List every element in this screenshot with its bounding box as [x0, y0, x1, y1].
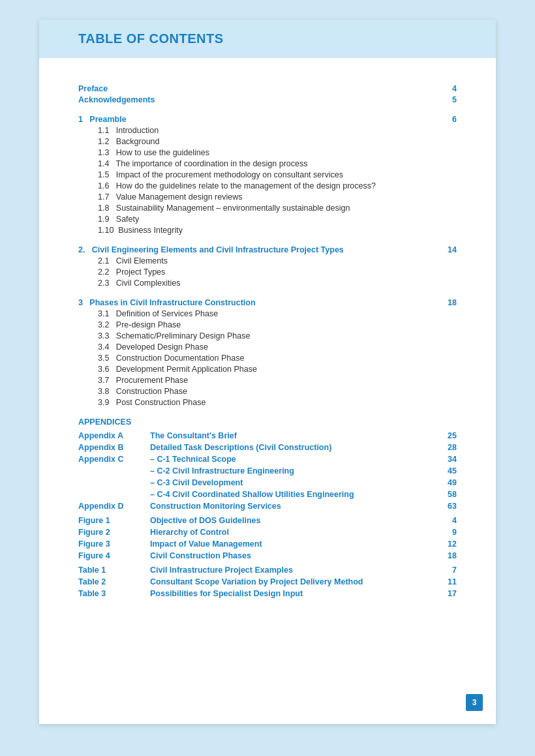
list-item: 1.6 How do the guidelines relate to the … [78, 181, 457, 190]
figure-2-row: Figure 2 Hierarchy of Control 9 [78, 528, 457, 537]
list-item: 3.2 Pre-design Phase [78, 320, 457, 329]
document-page: TABLE OF CONTENTS Preface 4 Acknowledgem… [39, 20, 496, 724]
list-item: 2.3 Civil Complexities [78, 279, 457, 288]
tables-list: Table 1 Civil Infrastructure Project Exa… [78, 566, 457, 598]
toc-section-2: 2. Civil Engineering Elements and Civil … [78, 245, 457, 288]
list-item: 1.3 How to use the guidelines [78, 148, 457, 157]
list-item: 3.1 Definition of Services Phase [78, 309, 457, 318]
list-item: 3.9 Post Construction Phase [78, 398, 457, 407]
appendix-b-row: Appendix B Detailed Task Descriptions (C… [78, 443, 457, 452]
appendix-c-row: Appendix C – C-1 Technical Scope 34 [78, 455, 457, 464]
list-item: 1.4 The importance of coordination in th… [78, 159, 457, 168]
figures-list: Figure 1 Objective of DOS Guidelines 4 F… [78, 516, 457, 560]
toc-section-3-header: 3 Phases in Civil Infrastructure Constru… [78, 298, 457, 307]
appendices-header: APPENDICES [78, 417, 457, 427]
list-item: 1.10 Business Integrity [78, 226, 457, 235]
header-bar: TABLE OF CONTENTS [39, 20, 496, 58]
toc-entry-acknowledgements: Acknowledgements 5 [78, 95, 457, 104]
appendix-c2-row: – C-2 Civil Infrastructure Engineering 4… [78, 466, 457, 476]
toc-section-2-header: 2. Civil Engineering Elements and Civil … [78, 245, 457, 254]
figure-3-row: Figure 3 Impact of Value Management 12 [78, 539, 457, 549]
list-item: 3.7 Procurement Phase [78, 376, 457, 385]
page-title: TABLE OF CONTENTS [78, 31, 457, 46]
list-item: 1.5 Impact of the procurement methodolog… [78, 170, 457, 179]
appendix-a-row: Appendix A The Consultant's Brief 25 [78, 431, 457, 440]
list-item: 1.9 Safety [78, 215, 457, 224]
appendices-list: Appendix A The Consultant's Brief 25 App… [78, 431, 457, 511]
table-1-row: Table 1 Civil Infrastructure Project Exa… [78, 566, 457, 575]
toc-top-entries: Preface 4 Acknowledgements 5 [78, 84, 457, 104]
toc-section-1: 1 Preamble 6 1.1 Introduction 1.2 Backgr… [78, 115, 457, 235]
figure-1-row: Figure 1 Objective of DOS Guidelines 4 [78, 516, 457, 525]
list-item: 1.1 Introduction [78, 126, 457, 135]
list-item: 3.3 Schematic/Preliminary Design Phase [78, 331, 457, 340]
list-item: 3.6 Development Permit Application Phase [78, 365, 457, 374]
list-item: 1.7 Value Management design reviews [78, 192, 457, 202]
appendix-c4-row: – C-4 Civil Coordinated Shallow Utilitie… [78, 490, 457, 499]
list-item: 3.5 Construction Documentation Phase [78, 354, 457, 363]
list-item: 3.8 Construction Phase [78, 387, 457, 396]
appendix-d-row: Appendix D Construction Monitoring Servi… [78, 502, 457, 511]
toc-section-1-header: 1 Preamble 6 [78, 115, 457, 124]
list-item: 2.1 Civil Elements [78, 256, 457, 265]
list-item: 1.2 Background [78, 137, 457, 146]
list-item: 3.4 Developed Design Phase [78, 342, 457, 352]
appendix-c3-row: – C-3 Civil Development 49 [78, 478, 457, 487]
toc-section-3: 3 Phases in Civil Infrastructure Constru… [78, 298, 457, 407]
page-number-badge: 3 [466, 694, 483, 711]
figure-4-row: Figure 4 Civil Construction Phases 18 [78, 551, 457, 560]
list-item: 2.2 Project Types [78, 267, 457, 277]
table-2-row: Table 2 Consultant Scope Variation by Pr… [78, 577, 457, 586]
toc-entry-preface: Preface 4 [78, 84, 457, 93]
table-3-row: Table 3 Possibilities for Specialist Des… [78, 589, 457, 598]
list-item: 1.8 Sustainability Management – environm… [78, 204, 457, 213]
